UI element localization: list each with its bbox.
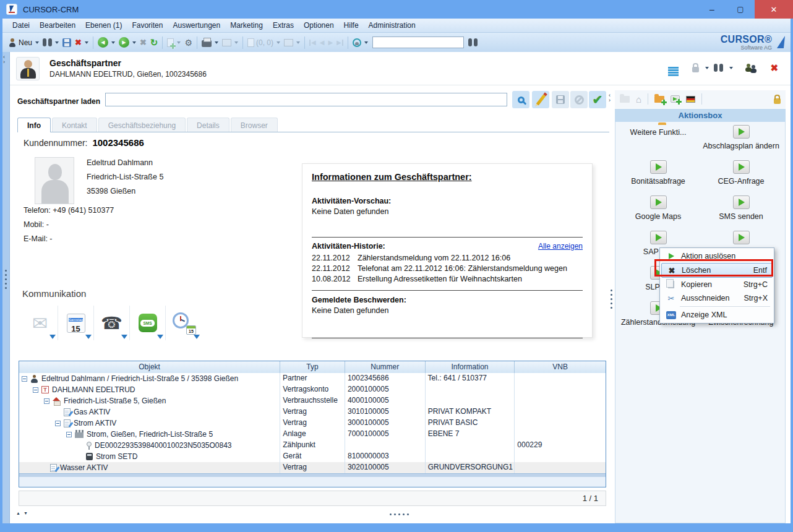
print-dropdown-icon[interactable]	[215, 41, 218, 44]
counter-dropdown-icon[interactable]	[276, 41, 280, 44]
partner-load-input[interactable]	[105, 93, 507, 106]
sms-action-button[interactable]: SMS	[130, 306, 166, 340]
folder-up-icon[interactable]	[620, 96, 630, 103]
search-button[interactable]	[512, 91, 529, 108]
phone-action-button[interactable]: ☎	[94, 306, 130, 340]
menu-list-icon[interactable]	[668, 67, 679, 69]
people-icon[interactable]	[745, 63, 758, 72]
tab-details[interactable]: Details	[187, 118, 229, 132]
search-go-button[interactable]	[466, 37, 479, 48]
menu-ebenen[interactable]: Ebenen (1)	[80, 19, 127, 32]
collapse-icon[interactable]	[66, 432, 72, 437]
bottom-splitter[interactable]: ▲▼	[10, 508, 611, 522]
export-button[interactable]	[282, 38, 302, 48]
collapse-icon[interactable]	[33, 387, 38, 393]
task-action-button[interactable]: 15	[166, 306, 202, 340]
table-row[interactable]: Strom SETD Gerät8100000003	[19, 451, 606, 462]
table-row[interactable]: DE00022935398400010023N5035O0843 Zählpun…	[19, 440, 606, 451]
left-splitter-handle[interactable]	[5, 270, 7, 272]
menu-extras[interactable]: Extras	[268, 19, 299, 32]
new-dropdown-icon[interactable]	[35, 41, 39, 44]
nav-first-button[interactable]: ◀	[307, 38, 318, 47]
forward-dropdown-icon[interactable]	[132, 41, 136, 44]
action-bonitaetsabfrage[interactable]: Bonitätsabfrage	[617, 160, 699, 186]
col-nummer[interactable]: Nummer	[345, 361, 426, 373]
table-row[interactable]: TDAHLMANN EDELTRUD Vertragskonto20001000…	[19, 384, 606, 395]
lock-icon[interactable]	[692, 67, 699, 72]
tab-kontakt[interactable]: Kontakt	[52, 118, 97, 132]
export-dropdown-icon[interactable]	[296, 41, 300, 44]
action-abschlagsplan[interactable]: Abschlagsplan ändern	[700, 125, 782, 150]
mail-dropdown-icon[interactable]	[49, 335, 56, 339]
tab-geschaeftsbeziehung[interactable]: Geschäftsbeziehung	[98, 118, 186, 132]
action-google-maps[interactable]: Google Maps	[617, 195, 699, 221]
menu-favoriten[interactable]: Favoriten	[127, 19, 168, 32]
add-action-icon[interactable]	[671, 95, 680, 103]
delete-button[interactable]: ✖	[73, 37, 90, 48]
menu-datei[interactable]: Datei	[7, 19, 35, 32]
table-row[interactable]: Friedrich-List-Straße 5, Gießen Verbrauc…	[19, 395, 606, 406]
action-weitere-funktionen[interactable]: Weitere Funkti...	[617, 125, 699, 137]
email-action-button[interactable]: ✉	[22, 306, 58, 340]
collapse-icon[interactable]	[55, 421, 61, 426]
menu-item-kopieren[interactable]: Kopieren Strg+C	[661, 278, 773, 291]
table-row[interactable]: Strom AKTIV Vertrag3000100005PRIVAT BASI…	[19, 418, 606, 429]
left-collapse-chevrons[interactable]: ‹›	[3, 54, 5, 64]
cancel-button[interactable]: ✖	[138, 37, 148, 48]
minimize-button[interactable]: –	[698, 0, 726, 19]
discard-button[interactable]	[570, 91, 588, 108]
close-partner-icon[interactable]: ✖	[770, 63, 778, 72]
menu-marketing[interactable]: Marketing	[225, 19, 268, 32]
calendar-action-button[interactable]: Samstag 15	[58, 306, 94, 340]
german-flag-icon[interactable]	[686, 96, 695, 103]
back-button[interactable]: ◀	[96, 36, 117, 49]
person-search-dropdown-icon[interactable]	[364, 41, 368, 44]
menu-optionen[interactable]: Optionen	[299, 19, 339, 32]
person-search-button[interactable]	[351, 37, 370, 48]
pane-collapse-chevrons[interactable]: ‹›	[609, 93, 611, 103]
pane-splitter-handle[interactable]	[611, 290, 612, 291]
tools-button[interactable]: ⚙	[182, 37, 194, 48]
maximize-button[interactable]: ▢	[726, 0, 755, 19]
tab-info[interactable]: Info	[17, 118, 51, 132]
header-binoculars-icon[interactable]	[714, 64, 723, 72]
new-button[interactable]: Neu	[6, 37, 41, 48]
edit-button[interactable]	[532, 91, 549, 108]
back-dropdown-icon[interactable]	[111, 41, 115, 44]
menu-hilfe[interactable]: Hilfe	[339, 19, 364, 32]
home-icon[interactable]: ⌂	[636, 95, 641, 104]
close-button[interactable]: ✕	[755, 0, 793, 19]
refresh-button[interactable]: ↻	[148, 36, 160, 48]
collapse-icon[interactable]	[44, 398, 49, 404]
save-button[interactable]	[61, 37, 73, 48]
table-row[interactable]: Edeltrud Dahlmann / Friedrich-List-Straß…	[19, 373, 606, 384]
find-button[interactable]	[41, 37, 61, 48]
window-button[interactable]	[220, 38, 240, 48]
selection-counter-button[interactable]: (0, 0)	[246, 37, 282, 48]
calendar-dropdown-icon[interactable]	[85, 335, 92, 339]
table-row[interactable]: Strom, Gießen, Friedrich-List-Straße 5 A…	[19, 429, 606, 440]
menu-administration[interactable]: Administration	[364, 19, 421, 32]
bottom-splitter-handle[interactable]	[390, 513, 392, 515]
quick-search-input[interactable]	[372, 36, 464, 48]
table-row[interactable]: Wasser AKTIV Vertrag3020100005GRUNDVERSO…	[19, 462, 606, 473]
table-row[interactable]: Gas AKTIV Vertrag3010100005PRIVAT KOMPAK…	[19, 406, 606, 418]
menu-item-anzeige-xml[interactable]: XML Anzeige XML	[661, 308, 773, 322]
header-find-dropdown-icon[interactable]	[729, 67, 733, 69]
action-sms-senden[interactable]: SMS senden	[700, 195, 782, 221]
left-splitter[interactable]	[2, 52, 10, 523]
confirm-button[interactable]: ✔	[589, 91, 606, 108]
splitter-arrows-icon[interactable]: ▲▼	[16, 511, 31, 515]
task-dropdown-icon[interactable]	[194, 335, 200, 339]
col-vnb[interactable]: VNB	[515, 361, 606, 373]
action-ceg-anfrage[interactable]: CEG-Anfrage	[700, 160, 782, 186]
copy-new-button[interactable]	[165, 37, 182, 48]
tab-browser[interactable]: Browser	[231, 118, 278, 132]
sms-dropdown-icon[interactable]	[157, 335, 163, 339]
window-dropdown-icon[interactable]	[234, 41, 238, 44]
nav-last-button[interactable]: ▶	[335, 38, 345, 47]
find-dropdown-icon[interactable]	[55, 41, 59, 44]
menu-auswertungen[interactable]: Auswertungen	[168, 19, 225, 32]
col-objekt[interactable]: Objekt	[19, 361, 280, 373]
phone-dropdown-icon[interactable]	[121, 335, 127, 339]
